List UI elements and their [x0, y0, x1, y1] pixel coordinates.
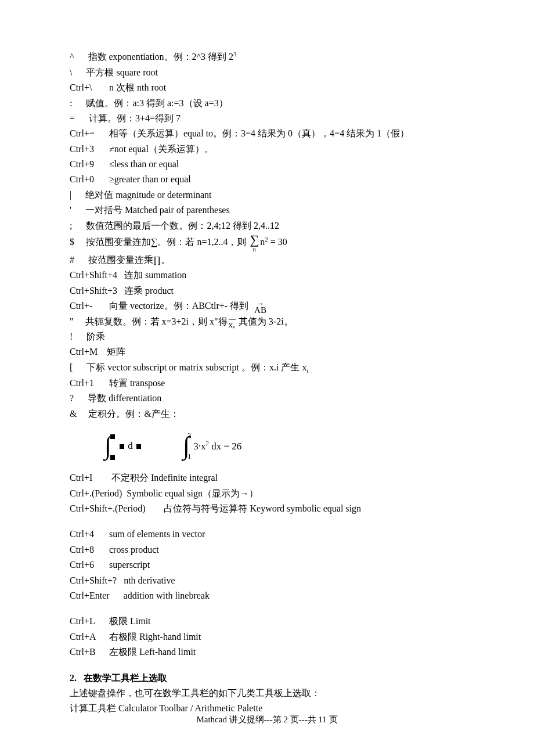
line-calc: = 计算。例：3+4=得到 7	[70, 111, 464, 126]
text: 矩阵	[107, 347, 125, 357]
section-title: 在数学工具栏上选取	[84, 673, 167, 683]
shortcut-key: Ctrl+Shift+?	[70, 575, 117, 585]
conjugate-icon: —x,	[229, 316, 235, 327]
text: 向量 vectorize。例：ABCtlr+- 得到	[109, 301, 253, 311]
line-range: ; 数值范围的最后一个数。例：2,4;12 得到 2,4..12	[70, 218, 464, 233]
line-super: Ctrl+6 superscript	[70, 557, 464, 573]
shortcut-key: Ctrl+=	[70, 126, 104, 141]
line-le: Ctrl+9 ≤less than or equal	[70, 157, 464, 172]
text: 其值为 3-2i。	[236, 316, 293, 326]
line-addlb: Ctrl+Enter addition with linebreak	[70, 588, 464, 603]
shortcut-key: Ctrl+Shift+3	[70, 286, 117, 296]
line-conjugate: " 共轭复数。例：若 x=3+2i，则 x"得—x, 其值为 3-2i。	[70, 314, 464, 329]
line-diff: ? 导数 differentiation	[70, 391, 464, 406]
line-equal: Ctrl+= 相等（关系运算）equal to。例：3=4 结果为 0（真），4…	[70, 126, 464, 141]
superscript: 3	[233, 51, 237, 57]
text: 右极限 Right-hand limit	[109, 632, 201, 642]
integral-placeholder: ∫ d	[104, 432, 142, 460]
text: cross product	[109, 545, 159, 555]
text: n 次根 nth root	[109, 82, 166, 92]
line-abs: | 绝对值 magnitude or determinant	[70, 188, 464, 203]
line-subscript: [ 下标 vector subscript or matrix subscrip…	[70, 360, 464, 376]
line-notequal: Ctrl+3 ≠not equal（关系运算）。	[70, 142, 464, 157]
text: 不定积分 Indefinite integral	[111, 473, 218, 483]
line-sqrt: \ 平方根 square root	[70, 65, 464, 80]
text: 连乘 product	[124, 286, 174, 296]
text: nth derivative	[124, 575, 175, 585]
text: ^ 指数 exponentiation。例：2^3 得到 2	[70, 52, 233, 62]
shortcut-key: Ctrl+1	[70, 376, 104, 391]
shortcut-key: Ctrl+M	[70, 344, 104, 359]
section-2-heading: 2. 在数学工具栏上选取	[70, 671, 464, 686]
shortcut-key: Ctrl+0	[70, 172, 104, 187]
sigma-icon: ∑n	[250, 233, 259, 253]
line-nthroot: Ctrl+\ n 次根 nth root	[70, 80, 464, 95]
line-product: Ctrl+Shift+3 连乘 product	[70, 283, 464, 298]
vector-ab-icon: →AB	[254, 300, 266, 314]
shortcut-key: Ctrl+L	[70, 614, 104, 629]
text: addition with linebreak	[124, 591, 210, 600]
shortcut-key: Ctrl+I	[70, 470, 104, 485]
line-llimit: Ctrl+B 左极限 Left-hand limit	[70, 645, 464, 660]
shortcut-key: Ctrl+6	[70, 557, 104, 573]
text: superscript	[109, 560, 150, 570]
text: ≤less than or equal	[109, 159, 179, 169]
text: [ 下标 vector subscript or matrix subscrip…	[70, 362, 306, 372]
line-matrix: Ctrl+M 矩阵	[70, 344, 464, 359]
shortcut-key: Ctrl+\	[70, 80, 104, 95]
text: ≥greater than or equal	[109, 174, 191, 184]
text: $ 按范围变量连加∑。例：若 n=1,2..4，则	[70, 237, 248, 247]
text: 转置 transpose	[109, 378, 165, 388]
text: 相等（关系运算）equal to。例：3=4 结果为 0（真），4=4 结果为 …	[109, 128, 409, 138]
text: = 30	[268, 237, 287, 247]
line-sigma: $ 按范围变量连加∑。例：若 n=1,2..4，则 ∑nn2 = 30	[70, 233, 464, 253]
page: ^ 指数 exponentiation。例：2^3 得到 23 \ 平方根 sq…	[0, 0, 534, 756]
line-ge: Ctrl+0 ≥greater than or equal	[70, 172, 464, 187]
line-transpose: Ctrl+1 转置 transpose	[70, 376, 464, 391]
shortcut-key: Ctrl+4	[70, 527, 104, 542]
text: 连加 summation	[124, 270, 186, 280]
line-factorial: ! 阶乘	[70, 329, 464, 344]
line-paren: ' 一对括号 Matched pair of parentheses	[70, 203, 464, 218]
line-nth-deriv: Ctrl+Shift+? nth derivative	[70, 573, 464, 588]
line-prod: # 按范围变量连乘∏。	[70, 253, 464, 268]
shortcut-key: Ctrl+8	[70, 542, 104, 557]
shortcut-key: Ctrl+9	[70, 157, 104, 172]
line-vectorize: Ctrl+- 向量 vectorize。例：ABCtlr+- 得到 →AB	[70, 298, 464, 314]
line-summation: Ctrl+Shift+4 连加 summation	[70, 268, 464, 283]
line-keyword-symbolic: Ctrl+Shift+.(Period) 占位符与符号运算符 Keyword s…	[70, 501, 464, 516]
text: " 共轭复数。例：若 x=3+2i，则 x"得	[70, 316, 228, 326]
text: n	[260, 237, 265, 247]
line-limit: Ctrl+L 极限 Limit	[70, 614, 464, 629]
line-integral: & 定积分。例：&产生：	[70, 406, 464, 422]
shortcut-key: Ctrl+Shift+4	[70, 270, 117, 280]
line-symbolic-eq: Ctrl+.(Period) Symbolic equal sign（显示为→）	[70, 486, 464, 501]
shortcut-key: Ctrl+-	[70, 298, 104, 314]
integral-formula: ∫ d ∫ 31 3·x2 dx = 26	[70, 432, 464, 460]
shortcut-key: Ctrl+3	[70, 142, 104, 157]
text: ≠not equal（关系运算）。	[109, 144, 214, 154]
section-number: 2.	[70, 673, 77, 683]
line-assign: : 赋值。例：a:3 得到 a:=3（设 a=3）	[70, 96, 464, 111]
section-2-p1: 上述键盘操作，也可在数学工具栏的如下几类工具板上选取：	[70, 686, 464, 701]
line-cross: Ctrl+8 cross product	[70, 542, 464, 557]
line-sum-vec: Ctrl+4 sum of elements in vector	[70, 527, 464, 542]
text: sum of elements in vector	[109, 529, 205, 539]
shortcut-key: Ctrl+A	[70, 629, 104, 645]
page-footer: Mathcad 讲义提纲---第 2 页---共 11 页	[0, 712, 534, 727]
integral-example: ∫ 31 3·x2 dx = 26	[183, 432, 241, 460]
line-indef-integral: Ctrl+I 不定积分 Indefinite integral	[70, 470, 464, 485]
shortcut-key: Ctrl+Enter	[70, 591, 110, 600]
text: 左极限 Left-hand limit	[109, 647, 196, 657]
shortcut-key: Ctrl+B	[70, 645, 104, 660]
subscript: i	[306, 367, 308, 374]
line-exponent: ^ 指数 exponentiation。例：2^3 得到 23	[70, 49, 464, 65]
line-rlimit: Ctrl+A 右极限 Right-hand limit	[70, 629, 464, 645]
text: 极限 Limit	[109, 616, 151, 626]
